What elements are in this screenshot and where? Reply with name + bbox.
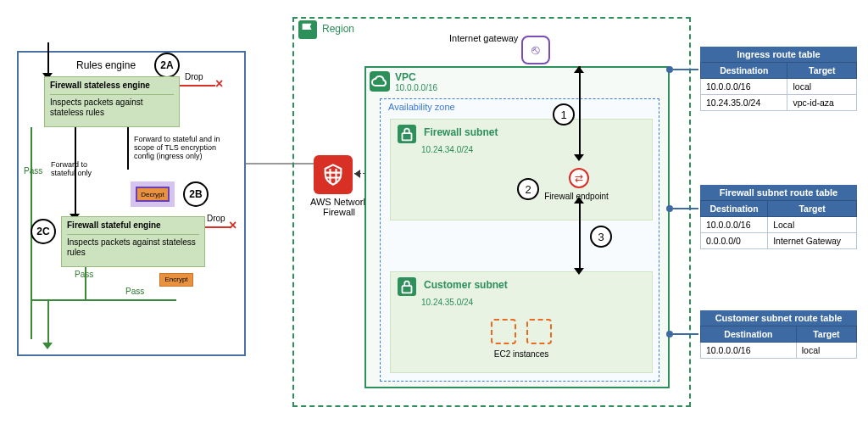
drop-x-icon: × [215,76,223,92]
cell: 10.0.0.0/16 [701,79,787,95]
firewall-route-table: Firewall subnet route table DestinationT… [700,185,857,249]
fwd-tls-label: Forward to stateful and in scope of TLS … [134,136,229,161]
arrowhead-up-icon [574,66,584,73]
connector-line [673,69,698,70]
fwd-line-2 [127,127,129,170]
connector-line [673,208,698,209]
region-flag-icon [298,20,317,39]
vpc-cidr: 10.0.0.0/16 [395,83,437,92]
col-target: Target [796,326,856,343]
stateless-engine-box: Firewall stateless engine Inspects packe… [44,76,180,127]
fwd-stateful-label: Forward to stateful only [51,161,93,178]
rt-title: Firewall subnet route table [700,185,857,200]
step-1-badge: 1 [553,103,575,125]
cell: 10.0.0.0/16 [701,217,768,233]
svg-rect-0 [403,133,412,140]
connector-dot [666,66,673,73]
fw-subnet-cidr: 10.24.34.0/24 [421,145,645,154]
step-2-badge: 2 [517,178,539,200]
rules-engine-title: Rules engine [76,59,136,71]
drop-label-2: Drop [207,214,225,223]
pass-line-2 [85,267,86,301]
cell: Internet Gateway [768,233,857,249]
lock-icon [398,277,416,296]
cust-subnet-cidr: 10.24.35.0/24 [421,298,645,307]
customer-subnet-box: Customer subnet 10.24.35.0/24 EC2 instan… [390,271,653,373]
fw-subnet-label: Firewall subnet [424,126,498,138]
stateless-desc: Inspects packets against stateless rules [50,98,174,119]
stateful-desc: Inspects packets against stateless rules [67,237,199,259]
ec2-label: EC2 instances [391,349,652,359]
col-dest: Destination [701,201,768,217]
svg-rect-1 [403,286,412,293]
ingress-route-table: Ingress route table DestinationTarget 10… [700,47,857,111]
drop-line-2 [205,226,231,228]
callout-2c: 2C [31,219,56,244]
firewall-subnet-box: Firewall subnet 10.24.34.0/24 ⇄ Firewall… [390,119,653,220]
customer-route-table: Customer subnet route table DestinationT… [700,310,857,359]
stateful-title: Firewall stateful engine [67,220,199,231]
region-label: Region [322,23,354,35]
exit-line [47,301,49,345]
firewall-endpoint-icon: ⇄ [569,168,589,188]
arrowhead-up-icon [574,197,584,204]
flow-line-3 [579,198,581,271]
cell: local [796,343,856,359]
pass-label-1: Pass [24,166,42,176]
callout-2b: 2B [183,181,209,207]
col-dest: Destination [701,326,797,343]
col-target: Target [768,201,857,217]
pass-merge-line [31,299,176,301]
connector-dot [666,205,673,212]
vpc-label: VPC [395,71,416,83]
step-3-badge: 3 [590,226,612,248]
ec2-icon [526,319,552,344]
decrypt-box: Decrypt [136,187,170,202]
rt-title: Customer subnet route table [700,310,857,326]
arrow-entry [47,42,49,76]
lock-icon [398,125,416,143]
internet-gateway-icon: ⎋ [521,36,550,64]
ec2-icon [491,319,516,344]
drop-label: Drop [185,72,203,81]
drop-line [180,85,215,86]
arrowhead-down-icon [574,154,584,161]
cell: 0.0.0.0/0 [701,233,768,249]
connector-dot [666,331,673,337]
cell: 10.24.35.0/24 [701,95,787,111]
arrowhead-down-icon [574,268,584,275]
stateful-engine-box: Firewall stateful engine Inspects packet… [61,216,205,267]
cell: local [787,79,857,95]
cell: Local [768,217,857,233]
connector-line [673,333,698,335]
arrowhead-exit-icon [42,343,53,349]
stateless-title: Firewall stateless engine [50,81,174,92]
col-dest: Destination [701,63,787,79]
rt-title: Ingress route table [700,47,857,62]
az-label: Availability zone [388,102,455,112]
callout-2a: 2A [154,53,180,78]
cell: vpc-id-aza [787,95,857,111]
cust-subnet-label: Customer subnet [424,279,508,291]
vpc-cloud-icon [370,71,390,92]
flow-line-1 [579,66,581,158]
drop-x-icon-2: × [229,218,236,233]
igw-label: Internet gateway [449,33,518,43]
encrypt-box: Encrypt [159,273,193,287]
pass-label-3: Pass [125,287,144,296]
col-target: Target [787,63,857,79]
cell: 10.0.0.0/16 [701,343,797,359]
